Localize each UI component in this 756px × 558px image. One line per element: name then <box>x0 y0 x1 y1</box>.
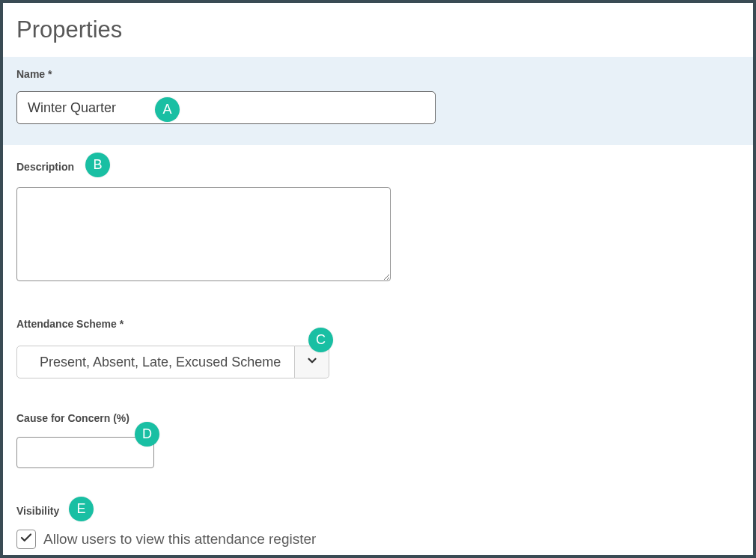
visibility-section: Visibility E Allow users to view this at… <box>3 504 753 549</box>
badge-d: D <box>135 422 159 447</box>
visibility-checkbox-label: Allow users to view this attendance regi… <box>43 531 316 548</box>
visibility-label: Visibility <box>16 505 59 517</box>
description-label: Description <box>16 161 74 173</box>
attendance-scheme-dropdown[interactable]: Present, Absent, Late, Excused Scheme <box>16 346 329 378</box>
attendance-scheme-label: Attendance Scheme * <box>16 318 124 330</box>
description-section: Description B <box>3 160 753 284</box>
cause-for-concern-label: Cause for Concern (%) <box>16 412 129 424</box>
badge-e: E <box>69 497 94 521</box>
visibility-checkbox[interactable] <box>16 530 36 549</box>
properties-panel: Properties Name * A Description B Attend… <box>0 0 756 558</box>
description-textarea[interactable] <box>16 187 391 281</box>
attendance-scheme-section: Attendance Scheme * Present, Absent, Lat… <box>3 317 753 378</box>
badge-b: B <box>85 153 110 177</box>
badge-a: A <box>155 97 180 122</box>
page-title: Properties <box>3 16 753 57</box>
badge-c: C <box>308 328 333 352</box>
attendance-scheme-selected: Present, Absent, Late, Excused Scheme <box>16 346 295 378</box>
name-input[interactable] <box>16 91 436 124</box>
name-banner: Name * A <box>3 57 753 145</box>
check-icon <box>19 531 33 548</box>
cause-for-concern-input[interactable] <box>16 437 154 468</box>
chevron-down-icon <box>305 354 319 370</box>
cause-for-concern-section: Cause for Concern (%) D <box>3 411 753 468</box>
name-label: Name * <box>16 68 52 80</box>
